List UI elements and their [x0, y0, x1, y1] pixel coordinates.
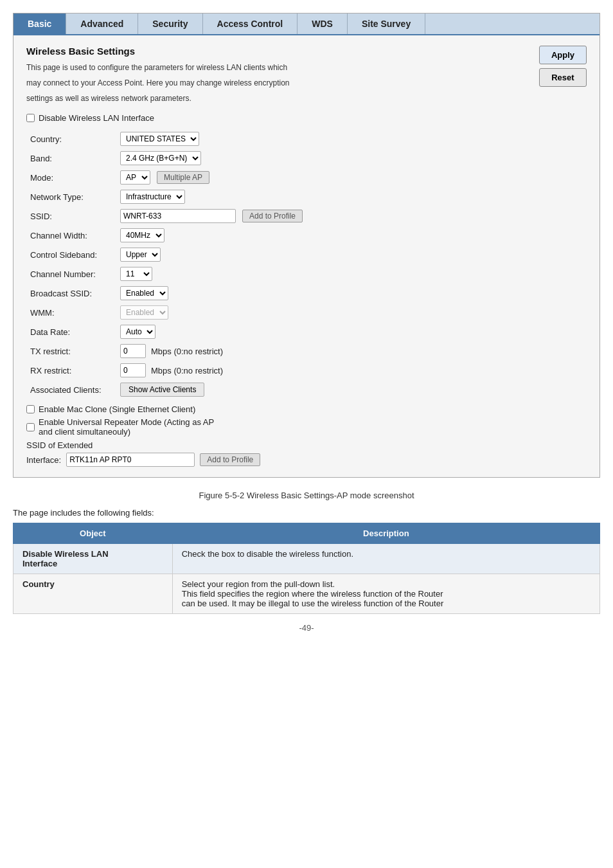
- channel-number-label: Channel Number:: [26, 264, 116, 284]
- wmm-row: WMM: Enabled: [26, 303, 587, 322]
- tab-access-control[interactable]: Access Control: [203, 14, 298, 34]
- control-sideband-select[interactable]: Upper: [120, 248, 161, 262]
- mac-clone-label: Enable Mac Clone (Single Ethernet Client…: [39, 404, 195, 414]
- add-to-profile-button-2[interactable]: Add to Profile: [200, 453, 260, 466]
- channel-width-label: Channel Width:: [26, 226, 116, 245]
- broadcast-ssid-label: Broadcast SSID:: [26, 284, 116, 303]
- description-table: Object Description Disable Wireless LAN …: [13, 523, 600, 614]
- rx-restrict-suffix: Mbps (0:no restrict): [151, 366, 223, 375]
- control-sideband-label: Control Sideband:: [26, 245, 116, 264]
- tab-wds[interactable]: WDS: [298, 14, 348, 34]
- object-cell-2: Country: [13, 574, 173, 614]
- description-line3: settings as well as wireless network par…: [26, 93, 587, 104]
- control-sideband-row: Control Sideband: Upper: [26, 245, 587, 264]
- settings-form: Country: UNITED STATES Band: 2.4 GHz (B+…: [26, 129, 587, 399]
- band-label: Band:: [26, 149, 116, 168]
- band-select[interactable]: 2.4 GHz (B+G+N): [120, 151, 201, 165]
- network-type-select[interactable]: Infrastructure: [120, 190, 185, 204]
- show-active-clients-button[interactable]: Show Active Clients: [120, 383, 204, 397]
- channel-number-select[interactable]: 11: [120, 267, 152, 281]
- mode-label: Mode:: [26, 168, 116, 187]
- description-line1: This page is used to configure the param…: [26, 62, 587, 73]
- figure-caption: Figure 5-5-2 Wireless Basic Settings-AP …: [13, 491, 600, 500]
- channel-width-select[interactable]: 40MHz: [120, 228, 164, 242]
- disable-wireless-row: Disable Wireless LAN Interface: [26, 113, 587, 123]
- wireless-settings-card: Basic Advanced Security Access Control W…: [13, 13, 600, 478]
- description-line2: may connect to your Access Point. Here y…: [26, 77, 587, 89]
- data-rate-label: Data Rate:: [26, 322, 116, 341]
- associated-clients-row: Associated Clients: Show Active Clients: [26, 380, 587, 399]
- apply-button[interactable]: Apply: [539, 46, 587, 64]
- broadcast-ssid-select[interactable]: Enabled: [120, 286, 168, 300]
- channel-width-row: Channel Width: 40MHz: [26, 226, 587, 245]
- tab-security[interactable]: Security: [138, 14, 202, 34]
- associated-clients-label: Associated Clients:: [26, 380, 116, 399]
- multiple-ap-button[interactable]: Multiple AP: [157, 171, 209, 184]
- page-description: The page includes the following fields:: [13, 508, 600, 518]
- object-cell-1: Disable Wireless LAN Interface: [13, 544, 173, 574]
- add-to-profile-button[interactable]: Add to Profile: [242, 210, 303, 222]
- network-type-row: Network Type: Infrastructure: [26, 187, 587, 206]
- action-buttons: Apply Reset: [539, 46, 587, 87]
- page-number: -49-: [13, 623, 600, 633]
- tab-site-survey[interactable]: Site Survey: [348, 14, 425, 34]
- section-title: Wireless Basic Settings: [26, 46, 587, 57]
- description-cell-2: Select your region from the pull-down li…: [172, 574, 600, 614]
- wmm-select[interactable]: Enabled: [120, 305, 168, 320]
- country-row: Country: UNITED STATES: [26, 129, 587, 149]
- tx-restrict-row: TX restrict: Mbps (0:no restrict): [26, 341, 587, 361]
- rx-restrict-row: RX restrict: Mbps (0:no restrict): [26, 361, 587, 380]
- description-cell-1: Check the box to disable the wireless fu…: [172, 544, 600, 574]
- reset-button[interactable]: Reset: [539, 68, 587, 87]
- tx-restrict-label: TX restrict:: [26, 341, 116, 361]
- universal-repeater-checkbox[interactable]: [26, 423, 35, 431]
- mode-row: Mode: AP Multiple AP: [26, 168, 587, 187]
- interface-label: Interface:: [26, 455, 61, 465]
- tx-restrict-suffix: Mbps (0:no restrict): [151, 347, 223, 356]
- rx-restrict-input[interactable]: [120, 363, 146, 377]
- country-label: Country:: [26, 129, 116, 149]
- desc-line-1: Select your region from the pull-down li…: [182, 579, 591, 589]
- card-body: Apply Reset Wireless Basic Settings This…: [13, 35, 600, 477]
- interface-input[interactable]: [66, 453, 195, 467]
- ssid-extended-label: SSID of Extended: [26, 440, 587, 450]
- section-header: Wireless Basic Settings This page is use…: [26, 46, 587, 104]
- data-rate-row: Data Rate: Auto: [26, 322, 587, 341]
- universal-repeater-label: Enable Universal Repeater Mode (Acting a…: [39, 417, 214, 427]
- and-client-label: and client simultaneouly): [39, 427, 214, 437]
- desc-line-2: This field specifies the region where th…: [182, 589, 591, 599]
- channel-number-row: Channel Number: 11: [26, 264, 587, 284]
- tab-advanced[interactable]: Advanced: [66, 14, 138, 34]
- country-select[interactable]: UNITED STATES: [120, 132, 199, 146]
- desc-line-3: can be used. It may be illegal to use th…: [182, 599, 591, 608]
- ssid-label: SSID:: [26, 206, 116, 226]
- wmm-label: WMM:: [26, 303, 116, 322]
- disable-wireless-checkbox[interactable]: [26, 114, 35, 122]
- data-rate-select[interactable]: Auto: [120, 325, 155, 339]
- tx-restrict-input[interactable]: [120, 344, 146, 358]
- interface-row: Interface: Add to Profile: [26, 453, 587, 467]
- mode-select[interactable]: AP: [120, 170, 150, 185]
- tab-basic[interactable]: Basic: [13, 14, 66, 34]
- col-description-header: Description: [172, 523, 600, 544]
- col-object-header: Object: [13, 523, 173, 544]
- mac-clone-row: Enable Mac Clone (Single Ethernet Client…: [26, 404, 587, 414]
- ssid-row: SSID: Add to Profile: [26, 206, 587, 226]
- table-row: Disable Wireless LAN Interface Check the…: [13, 544, 600, 574]
- band-row: Band: 2.4 GHz (B+G+N): [26, 149, 587, 168]
- broadcast-ssid-row: Broadcast SSID: Enabled: [26, 284, 587, 303]
- universal-repeater-row: Enable Universal Repeater Mode (Acting a…: [26, 417, 587, 437]
- mac-clone-checkbox[interactable]: [26, 405, 35, 413]
- ssid-extended-section: SSID of Extended Interface: Add to Profi…: [26, 440, 587, 467]
- network-type-label: Network Type:: [26, 187, 116, 206]
- table-row: Country Select your region from the pull…: [13, 574, 600, 614]
- disable-wireless-label: Disable Wireless LAN Interface: [39, 113, 154, 123]
- ssid-input[interactable]: [120, 209, 236, 223]
- rx-restrict-label: RX restrict:: [26, 361, 116, 380]
- tab-bar: Basic Advanced Security Access Control W…: [13, 14, 600, 35]
